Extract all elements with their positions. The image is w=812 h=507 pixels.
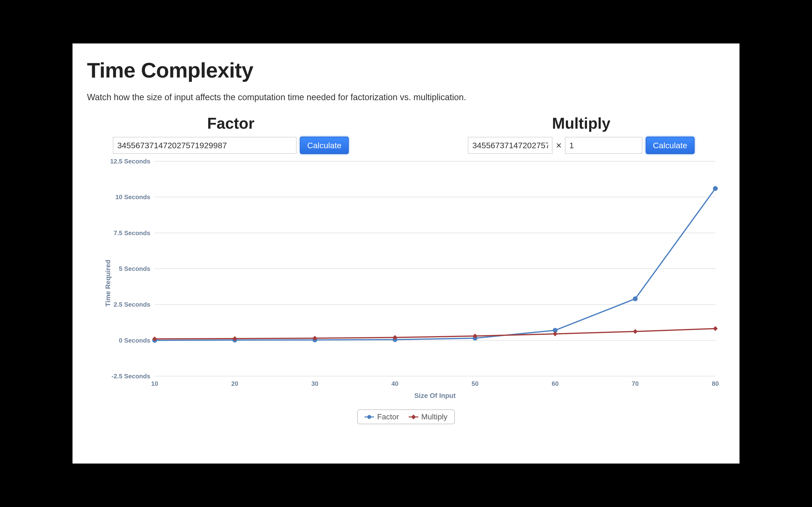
multiply-times-symbol: × xyxy=(556,140,561,151)
x-tick-label: 30 xyxy=(311,380,318,387)
y-tick-label: 12.5 Seconds xyxy=(110,159,150,165)
legend-item-factor: Factor xyxy=(364,412,399,421)
legend-marker-multiply-icon xyxy=(409,416,418,417)
y-tick-label: 0 Seconds xyxy=(119,337,150,344)
legend-label-multiply: Multiply xyxy=(421,412,447,421)
input-columns: Factor Calculate Multiply × Calculate xyxy=(87,114,725,154)
chart-svg: -2.5 Seconds0 Seconds2.5 Seconds5 Second… xyxy=(87,159,725,407)
y-tick-label: -2.5 Seconds xyxy=(112,373,150,380)
data-point-multiply xyxy=(713,326,718,331)
legend-label-factor: Factor xyxy=(377,412,399,421)
chart-area: Time Required -2.5 Seconds0 Seconds2.5 S… xyxy=(87,159,725,407)
factor-column: Factor Calculate xyxy=(87,114,374,154)
factor-input[interactable] xyxy=(113,137,297,154)
factor-calculate-button[interactable]: Calculate xyxy=(300,137,349,154)
multiply-input-a[interactable] xyxy=(468,137,552,154)
x-tick-label: 20 xyxy=(231,380,238,387)
x-tick-label: 50 xyxy=(471,380,478,387)
data-point-factor xyxy=(713,186,718,191)
multiply-input-b[interactable] xyxy=(565,137,642,154)
series-line-factor xyxy=(155,188,715,340)
legend-item-multiply: Multiply xyxy=(409,412,447,421)
legend-marker-factor-icon xyxy=(364,416,374,417)
stage: Time Complexity Watch how the size of in… xyxy=(0,0,812,507)
multiply-calculate-button[interactable]: Calculate xyxy=(646,137,695,154)
legend: Factor Multiply xyxy=(87,409,725,424)
series-line-multiply xyxy=(155,329,715,339)
multiply-column: Multiply × Calculate xyxy=(438,114,725,154)
y-tick-label: 10 Seconds xyxy=(115,193,150,201)
data-point-multiply xyxy=(633,329,638,334)
x-tick-label: 70 xyxy=(632,380,639,387)
multiply-row: × Calculate xyxy=(438,137,725,154)
x-axis-title: Size Of Input xyxy=(414,392,456,399)
y-tick-label: 7.5 Seconds xyxy=(114,229,150,237)
factor-row: Calculate xyxy=(87,137,374,154)
legend-box: Factor Multiply xyxy=(357,409,455,424)
content-panel: Time Complexity Watch how the size of in… xyxy=(72,44,740,463)
multiply-heading: Multiply xyxy=(552,114,610,132)
data-point-multiply xyxy=(553,332,558,336)
x-tick-label: 40 xyxy=(392,380,399,387)
page-title: Time Complexity xyxy=(87,58,725,82)
factor-heading: Factor xyxy=(207,114,254,132)
y-tick-label: 5 Seconds xyxy=(119,265,150,272)
page-subtitle: Watch how the size of input affects the … xyxy=(87,92,725,102)
x-tick-label: 80 xyxy=(712,380,719,387)
y-tick-label: 2.5 Seconds xyxy=(114,301,150,308)
x-tick-label: 60 xyxy=(552,380,559,387)
data-point-factor xyxy=(633,296,638,301)
x-tick-label: 10 xyxy=(151,380,158,387)
